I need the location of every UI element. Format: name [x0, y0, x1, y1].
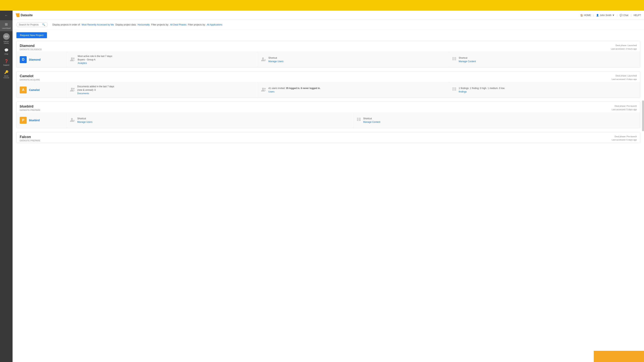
- user-avatar: KH: [3, 33, 10, 40]
- stat-shortcut-diamond-2: Shortcut: [268, 56, 284, 60]
- svg-rect-27: [359, 119, 361, 120]
- docs-icon-camelot-1: [70, 87, 75, 93]
- display-data-label: Display project data:: [115, 23, 136, 26]
- sidebar-item-chat[interactable]: 💬 Chat: [0, 46, 12, 57]
- stat-block-camelot-2: 41 users invited: 35 logged in. 6 never …: [258, 82, 449, 97]
- search-input[interactable]: [19, 23, 42, 26]
- project-card-bluebird: P bluebird: [16, 113, 640, 128]
- stat-title-camelot-2: 41 users invited: 35 logged in. 6 never …: [268, 86, 320, 90]
- sidebar-item-label: Launchpad: [2, 27, 11, 29]
- stat-link-documents[interactable]: Documents: [77, 92, 89, 95]
- stat-subtitle-diamond-1: Buyers - Group A: [78, 58, 113, 61]
- search-box[interactable]: 🔍: [16, 22, 48, 27]
- request-new-project-button[interactable]: Request New Project: [16, 32, 47, 38]
- project-title-group-bluebird: bluebird DATASITE PREPARE: [20, 104, 40, 111]
- sidebar-item-launchpad[interactable]: ⊞ Launchpad: [0, 20, 12, 31]
- stat-title-camelot-1: Documents added in the last 7 days: [77, 85, 114, 88]
- chat-bubble-icon: 💬: [620, 14, 622, 16]
- filter-phase-label: Filter projects by:: [151, 23, 169, 26]
- svg-rect-6: [454, 57, 456, 58]
- scrollbar-thumb[interactable]: [642, 100, 644, 131]
- help-link[interactable]: HELP?: [634, 14, 641, 16]
- stat-link-users[interactable]: Users: [268, 90, 274, 93]
- project-type-bluebird: DATASITE PREPARE: [20, 109, 40, 111]
- svg-rect-28: [357, 120, 358, 121]
- sidebar-item-admin[interactable]: 🔑 AdminConsole: [0, 68, 12, 81]
- filter-phase-value[interactable]: All Deal Phases: [170, 23, 186, 26]
- stat-link-analytics[interactable]: Analytics: [78, 62, 87, 64]
- svg-rect-15: [452, 87, 454, 88]
- svg-rect-18: [454, 89, 456, 89]
- top-nav-right: 🏠 HOME | 👤 John Smith ▼ | 💬 Chat | HELP?: [580, 14, 641, 16]
- user-link[interactable]: 👤 John Smith ▼: [596, 14, 614, 16]
- user-gear-icon-bluebird-1: [70, 118, 75, 123]
- stat-content-camelot-1: Documents added in the last 7 days (new …: [77, 85, 114, 95]
- project-link-bluebird[interactable]: bluebird: [29, 119, 40, 122]
- project-link-diamond[interactable]: Diamond: [29, 58, 40, 61]
- filter-app-value[interactable]: All Applications: [207, 23, 222, 26]
- sidebar-item-user[interactable]: KH KathrynHadley: [0, 31, 12, 46]
- display-data-value[interactable]: Horizontally: [138, 23, 150, 26]
- content-area: 🔍 Display projects in order of: Most Rec…: [12, 20, 644, 362]
- sidebar: ← ⊞ Launchpad KH KathrynHadley 💬 Chat ❓ …: [0, 11, 12, 362]
- project-card-main-diamond: D Diamond: [16, 52, 67, 67]
- project-card-main-camelot: A Camelot: [16, 82, 67, 97]
- svg-rect-7: [452, 58, 454, 59]
- sidebar-toggle[interactable]: ←: [0, 12, 12, 19]
- stat-title-camelot-3: 1 findings: 1 finding: 0 high. 1 medium.…: [459, 86, 505, 90]
- svg-point-21: [71, 118, 73, 120]
- chat-nav-link[interactable]: 💬 Chat: [620, 14, 628, 16]
- stat-content-diamond-1: Most active role in the last 7 days: Buy…: [78, 54, 113, 65]
- stat-link-manage-users-diamond[interactable]: Manage Users: [268, 60, 284, 63]
- nav-divider-3: |: [631, 14, 631, 16]
- grid-icon-bluebird-2: [357, 118, 361, 123]
- deal-phase-camelot: Deal phase: Launched: [612, 74, 637, 78]
- project-section-falcon: Falcon DATASITE PREPARE Deal phase: Pre-…: [16, 132, 640, 143]
- admin-icon: 🔑: [4, 70, 8, 74]
- svg-point-0: [71, 57, 73, 59]
- stat-link-manage-users-bluebird[interactable]: Manage Users: [77, 121, 92, 123]
- svg-rect-24: [357, 118, 358, 118]
- project-card-stats-bluebird: Shortcut Manage Users: [67, 113, 640, 128]
- svg-rect-10: [454, 59, 456, 60]
- stat-subtitle-camelot-1: (new & unread): 0: [77, 88, 114, 92]
- project-meta-camelot: Deal phase: Launched Last accessed: 4 da…: [612, 74, 637, 81]
- stat-link-manage-content-bluebird[interactable]: Manage Content: [363, 121, 380, 123]
- stat-link-findings[interactable]: findings: [459, 90, 466, 93]
- sidebar-chat-label: Chat: [4, 53, 8, 55]
- stat-block-diamond-3: Shortcut Manage Content: [449, 52, 640, 67]
- project-meta-diamond: Deal phase: Launched Last accessed: 2 ho…: [611, 44, 637, 50]
- project-header-bluebird: bluebird DATASITE PREPARE Deal phase: Pr…: [16, 102, 640, 112]
- home-label: HOME: [584, 14, 591, 16]
- deal-phase-falcon: Deal phase: Pre-launch: [612, 135, 637, 138]
- display-order-value[interactable]: Most Recently Accessed by Me: [82, 23, 114, 26]
- project-title-group-diamond: Diamond DATASITE DILIGENCE: [20, 44, 42, 50]
- sidebar-item-support[interactable]: ❓ Support: [0, 57, 12, 68]
- support-icon: ❓: [4, 59, 8, 63]
- stat-content-diamond-2: Shortcut Manage Users: [268, 56, 284, 63]
- svg-rect-9: [452, 59, 454, 60]
- project-section-bluebird: bluebird DATASITE PREPARE Deal phase: Pr…: [16, 101, 640, 128]
- dropdown-icon: ▼: [612, 14, 614, 16]
- project-type-camelot: DATASITE ACQUIRE: [20, 79, 40, 81]
- project-name-bluebird: bluebird: [20, 104, 40, 108]
- project-name-camelot: Camelot: [20, 74, 40, 78]
- stat-content-bluebird-1: Shortcut Manage Users: [77, 117, 92, 124]
- project-link-camelot[interactable]: Camelot: [29, 88, 40, 91]
- deal-phase-bluebird: Deal phase: Pre-launch: [612, 104, 637, 108]
- home-link[interactable]: 🏠 HOME: [580, 14, 591, 16]
- stat-content-camelot-2: 41 users invited: 35 logged in. 6 never …: [268, 86, 320, 93]
- svg-point-14: [264, 88, 266, 89]
- svg-point-2: [262, 57, 264, 59]
- stat-block-camelot-1: Documents added in the last 7 days (new …: [67, 82, 258, 97]
- users-icon-diamond-1: [70, 57, 75, 62]
- svg-rect-5: [452, 57, 454, 58]
- stat-link-manage-content-diamond[interactable]: Manage Content: [459, 60, 476, 63]
- project-section-camelot: Camelot DATASITE ACQUIRE Deal phase: Lau…: [16, 71, 640, 98]
- project-avatar-diamond: D: [20, 56, 27, 63]
- top-yellow-bar: [0, 0, 644, 11]
- logo-icon: [16, 13, 20, 17]
- filter-app-group: Filter projects by: All Applications: [188, 23, 222, 26]
- project-title-group-falcon: Falcon DATASITE PREPARE: [20, 135, 40, 142]
- project-type-diamond: DATASITE DILIGENCE: [20, 48, 42, 50]
